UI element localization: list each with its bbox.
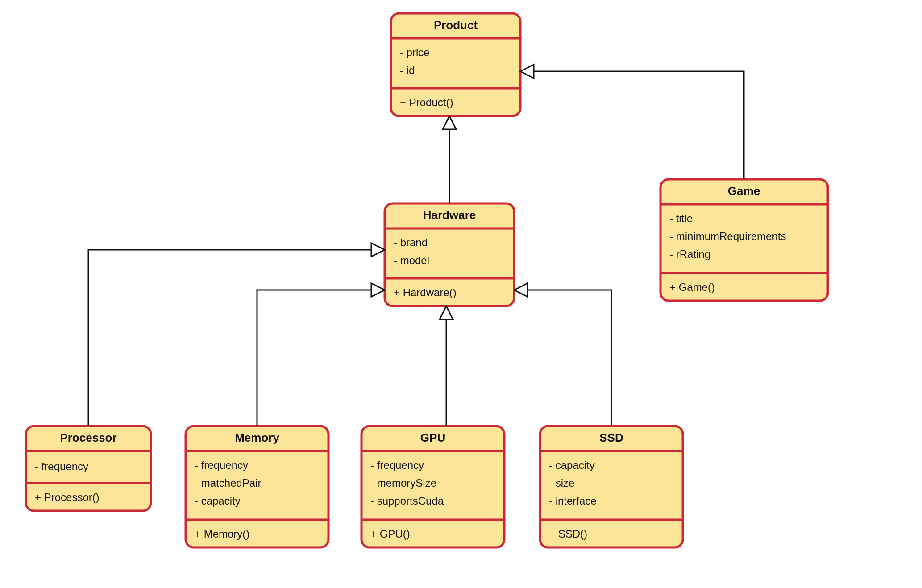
class-hardware-title: Hardware <box>423 208 476 222</box>
class-memory-attr-1: - matchedPair <box>195 477 261 489</box>
class-product-title: Product <box>434 18 478 32</box>
class-product-attr-0: - price <box>400 46 430 58</box>
class-ssd-attr-0: - capacity <box>549 459 595 471</box>
class-memory: Memory - frequency - matchedPair - capac… <box>186 426 328 547</box>
class-gpu-op-0: + GPU() <box>370 528 410 540</box>
svg-marker-28 <box>514 283 527 297</box>
class-game: Game - title - minimumRequirements - rRa… <box>660 179 828 301</box>
class-gpu-title: GPU <box>420 431 445 444</box>
svg-marker-27 <box>440 306 453 319</box>
class-processor: Processor - frequency + Processor() <box>26 426 151 511</box>
class-gpu-attr-2: - supportsCuda <box>370 495 444 507</box>
class-hardware-attr-1: - model <box>394 254 429 266</box>
class-processor-attr-0: - frequency <box>35 460 88 472</box>
svg-marker-24 <box>371 243 385 257</box>
svg-marker-22 <box>443 116 456 129</box>
svg-marker-25 <box>371 283 385 297</box>
class-processor-title: Processor <box>60 431 116 444</box>
class-product-op-0: + Product() <box>400 96 453 108</box>
rel-memory-hardware <box>257 283 385 426</box>
class-game-attr-2: - rRating <box>669 248 710 260</box>
class-ssd-attr-1: - size <box>549 477 574 489</box>
class-hardware-attr-0: - brand <box>394 236 428 248</box>
class-memory-title: Memory <box>235 431 279 444</box>
rel-ssd-hardware <box>514 283 611 426</box>
class-product-attr-1: - id <box>400 64 415 76</box>
class-game-attr-0: - title <box>669 212 693 224</box>
class-ssd-op-0: + SSD() <box>549 528 587 540</box>
class-processor-op-0: + Processor() <box>35 491 100 503</box>
class-gpu: GPU - frequency - memorySize - supportsC… <box>361 426 504 547</box>
class-ssd-attr-2: - interface <box>549 495 597 507</box>
class-memory-attr-2: - capacity <box>195 495 241 507</box>
class-gpu-attr-1: - memorySize <box>370 477 436 489</box>
class-product: Product - price - id + Product() <box>391 13 520 116</box>
uml-class-diagram: Product - price - id + Product() Hardwar… <box>0 0 922 588</box>
class-game-title: Game <box>728 184 760 198</box>
class-hardware: Hardware - brand - model + Hardware() <box>385 203 514 306</box>
class-memory-attr-0: - frequency <box>195 459 248 471</box>
rel-processor-hardware <box>88 243 385 426</box>
class-ssd: SSD - capacity - size - interface + SSD(… <box>540 426 683 547</box>
rel-game-product <box>520 65 744 179</box>
class-hardware-op-0: + Hardware() <box>394 286 457 298</box>
class-game-op-0: + Game() <box>669 281 715 293</box>
rel-gpu-hardware <box>440 306 453 426</box>
rel-hardware-product <box>443 116 456 203</box>
class-game-attr-1: - minimumRequirements <box>669 230 786 242</box>
class-gpu-attr-0: - frequency <box>370 459 424 471</box>
class-memory-op-0: + Memory() <box>195 528 249 540</box>
svg-marker-23 <box>520 65 534 78</box>
class-ssd-title: SSD <box>599 431 623 444</box>
